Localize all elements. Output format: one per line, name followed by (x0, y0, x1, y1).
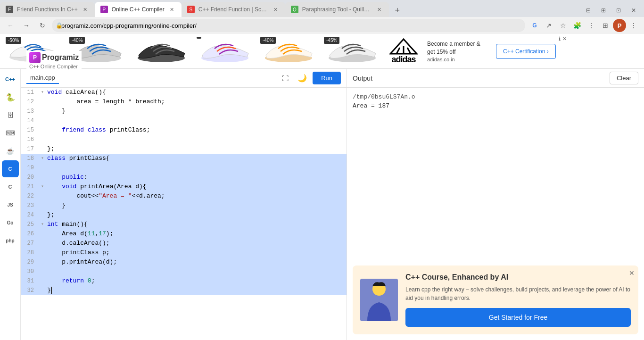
tab-online-compiler[interactable]: P Online C++ Compiler ✕ (95, 2, 182, 17)
new-tab-button[interactable]: + (391, 4, 404, 17)
code-line-32: 32 } (21, 286, 347, 295)
output-path: /tmp/0bsu6LS7An.o (353, 93, 638, 100)
share-icon[interactable]: ↗ (542, 19, 555, 32)
tab-favicon-4: Q (291, 6, 298, 13)
promo-close-button[interactable]: ✕ (629, 269, 635, 277)
sidebar-icon-go[interactable]: Go (2, 214, 19, 231)
programiz-name: Programiz (42, 53, 79, 62)
output-toolbar: Output Clear (347, 69, 644, 88)
tab-close-2[interactable]: ✕ (168, 6, 176, 13)
tab-close-1[interactable]: ✕ (82, 6, 89, 13)
ad-close-icon[interactable]: ✕ (562, 36, 567, 42)
fullscreen-button[interactable]: ⛶ (279, 72, 292, 85)
sidebar-icon-php[interactable]: php (2, 232, 19, 249)
sidebar-toggle-icon[interactable]: ⊞ (599, 19, 612, 32)
file-tab[interactable]: main.cpp (26, 72, 59, 84)
dark-mode-button[interactable]: 🌙 (296, 72, 309, 85)
adidas-info: Become a member & get 15% off adidas.co.… (423, 40, 492, 63)
tab-favicon-2: P (100, 6, 108, 13)
settings-icon[interactable]: ⋮ (585, 19, 598, 32)
code-line-14: 14 (21, 116, 347, 125)
code-line-11: 11 ▾ void calcArea(){ (21, 88, 347, 97)
tab-close-3[interactable]: ✕ (272, 6, 280, 13)
main-content: C++ 🐍 🗄 ⌨ ☕ C C JS Go php main.cpp ⛶ 🌙 R… (0, 69, 644, 340)
forward-button[interactable]: → (20, 19, 33, 32)
shoe-badge-5: -40% (260, 37, 276, 44)
close-window-icon[interactable]: ✕ (627, 4, 640, 17)
code-line-27: 27 d.calcArea(); (21, 239, 347, 248)
code-line-24: 24 }; (21, 210, 347, 220)
code-line-23: 23 } (21, 201, 347, 210)
output-result: Area = 187 (353, 102, 638, 109)
address-bar: ← → ↻ 🔒 G ↗ ☆ 🧩 ⋮ ⊞ P ⋮ (0, 17, 644, 34)
url-bar-wrapper: 🔒 (52, 19, 525, 32)
adidas-tagline: Become a member & get 15% off (427, 40, 488, 56)
maximize-icon[interactable]: ⊡ (612, 4, 625, 17)
shoe-badge-6: -45% (324, 37, 339, 44)
tab-title-1: Friend Functions In C++ (17, 6, 78, 13)
sidebar-icon-cpp[interactable]: C++ (2, 71, 19, 88)
sidebar-icon-c[interactable]: C (2, 178, 19, 195)
programiz-subtitle: C++ Online Compiler (29, 64, 78, 69)
promo-banner: ✕ C++ Course, Enhanced by AI Learn cpp t… (353, 265, 638, 334)
sidebar-icon-java[interactable]: ☕ (2, 142, 19, 159)
code-line-29: 29 p.printArea(d); (21, 257, 347, 267)
promo-title: C++ Course, Enhanced by AI (405, 273, 631, 282)
ad-banner: ℹ ✕ -50% -40% (0, 34, 644, 69)
shoe-badge-4 (197, 37, 201, 39)
minimize-icon[interactable]: ⊟ (582, 4, 595, 17)
back-button[interactable]: ← (4, 19, 17, 32)
code-editor[interactable]: 11 ▾ void calcArea(){ 12 area = length *… (21, 88, 347, 340)
browser-chrome: F Friend Functions In C++ ✕ P Online C++… (0, 0, 644, 34)
sidebar-icon-database[interactable]: 🗄 (2, 107, 19, 124)
code-line-30: 30 (21, 267, 347, 276)
secure-icon: 🔒 (56, 22, 63, 29)
shoe-badge-2: -40% (69, 37, 85, 44)
adidas-logo-icon (389, 38, 418, 55)
code-line-15: 15 friend class printClass; (21, 125, 347, 135)
tab-title-2: Online C++ Compiler (112, 6, 165, 13)
sidebar-icon-keyboard[interactable]: ⌨ (2, 124, 19, 141)
ad-cta-container: C++ Certification › (492, 44, 560, 59)
tab-close-4[interactable]: ✕ (376, 6, 383, 13)
code-line-21: 21 ▾ void printArea(Area d){ (21, 182, 347, 191)
google-icon[interactable]: G (528, 19, 541, 32)
extensions-icon[interactable]: 🧩 (570, 19, 584, 32)
output-content: /tmp/0bsu6LS7An.o Area = 187 (347, 88, 644, 260)
url-input[interactable] (52, 19, 525, 32)
code-line-13: 13 } (21, 107, 347, 116)
reload-button[interactable]: ↻ (36, 19, 49, 32)
promo-cta-button[interactable]: Get Started for Free (405, 308, 631, 327)
output-container: Output Clear /tmp/0bsu6LS7An.o Area = 18… (347, 69, 644, 340)
code-line-28: 28 printClass p; (21, 248, 347, 257)
sidebar-icon-c-active[interactable]: C (2, 160, 19, 177)
menu-icon[interactable]: ⋮ (627, 19, 640, 32)
code-line-12: 12 area = length * breadth; (21, 97, 347, 107)
sidebar-icon-js[interactable]: JS (2, 196, 19, 213)
tab-friend-functions[interactable]: F Friend Functions In C++ ✕ (0, 2, 95, 17)
profile-avatar[interactable]: P (613, 19, 626, 32)
svg-line-7 (396, 48, 400, 54)
bookmark-icon[interactable]: ☆ (556, 19, 570, 32)
adidas-name: adidas (391, 55, 415, 65)
shoe-badge-1: -50% (6, 37, 21, 44)
tab-scaler[interactable]: S C++ Friend Function | Scaler To... ✕ (182, 2, 285, 17)
tab-title-3: C++ Friend Function | Scaler To... (198, 6, 268, 13)
promo-description: Learn cpp the right way – solve challeng… (405, 285, 631, 302)
adidas-domain: adidas.co.in (427, 57, 488, 62)
code-line-18: 18 ▾ class printClass{ (21, 154, 347, 163)
ad-info-icon[interactable]: ℹ (559, 36, 561, 42)
sidebar-icon-python[interactable]: 🐍 (2, 89, 19, 106)
tab-bar: F Friend Functions In C++ ✕ P Online C++… (0, 0, 644, 17)
code-line-17: 17 }; (21, 144, 347, 154)
output-title: Output (353, 75, 610, 82)
code-line-20: 20 public: (21, 173, 347, 182)
svg-line-9 (407, 48, 411, 54)
run-button[interactable]: Run (313, 72, 341, 84)
window-menu-icon[interactable]: ⊞ (597, 4, 610, 17)
programiz-logo-area: P Programiz C++ Online Compiler (26, 51, 82, 70)
code-line-16: 16 (21, 135, 347, 144)
tab-quillbot[interactable]: Q Paraphrasing Tool - QuillBot AI ✕ (285, 2, 389, 17)
clear-button[interactable]: Clear (610, 72, 638, 84)
ad-cta-button[interactable]: C++ Certification › (496, 44, 556, 59)
